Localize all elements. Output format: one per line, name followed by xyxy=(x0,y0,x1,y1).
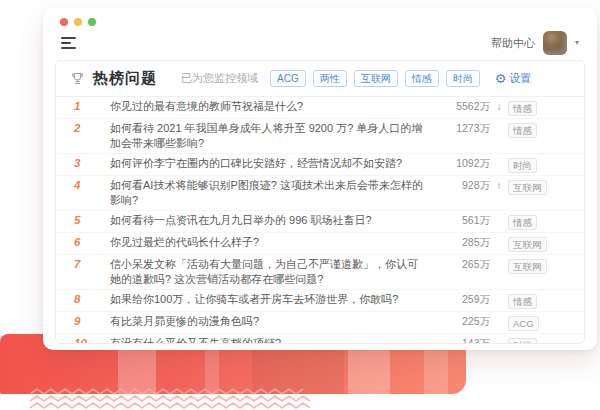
trend-icon: ↓ xyxy=(490,99,508,114)
category-badge: 互联网 xyxy=(508,237,547,252)
settings-button[interactable]: ⚙ 设置 xyxy=(495,71,532,86)
view-count: 285万 xyxy=(438,235,490,250)
menu-icon[interactable] xyxy=(61,37,76,49)
category-badge: 互联网 xyxy=(508,259,547,274)
category-badge: 情感 xyxy=(508,123,537,138)
category-badge: 时尚 xyxy=(508,338,537,344)
trophy-icon xyxy=(70,71,85,86)
question-title[interactable]: 如何看AI技术将能够识别P图痕迹? 这项技术出来后会带来怎样的影响? xyxy=(110,178,438,208)
rank-number: 7 xyxy=(70,257,110,272)
question-title[interactable]: 信小呆发文称「活动有大量问题，为自己不严谨道歉」，你认可她的道歉吗? 这次营销活… xyxy=(110,257,438,287)
view-count: 5562万 xyxy=(438,99,490,114)
question-title[interactable]: 你见过的最有意境的教师节祝福是什么? xyxy=(110,99,438,114)
question-title[interactable]: 如果给你100万，让你骑车或者开房车去环游世界，你敢吗? xyxy=(110,292,438,307)
category-badge: ACG xyxy=(508,316,539,331)
view-count: 1092万 xyxy=(438,156,490,171)
list-item[interactable]: 4 如何看AI技术将能够识别P图痕迹? 这项技术出来后会带来怎样的影响? 928… xyxy=(56,176,584,211)
rank-number: 10 xyxy=(70,336,110,344)
domain-tag[interactable]: 情感 xyxy=(405,70,439,87)
monitored-domains-label: 已为您监控领域 xyxy=(181,71,258,86)
app-window: 帮助中心 ▾ 热榜问题 已为您监控领域 ACG两性互联网情感时尚 ⚙ 设置 xyxy=(43,8,597,350)
list-item[interactable]: 2 如何看待 2021 年我国单身成年人将升至 9200 万? 单身人口的增加会… xyxy=(56,119,584,154)
list-item[interactable]: 3 如何评价李宁在圈内的口碑比安踏好，经营情况却不如安踏? 1092万 时尚 xyxy=(56,154,584,176)
close-window-button[interactable] xyxy=(60,18,68,26)
list-item[interactable]: 7 信小呆发文称「活动有大量问题，为自己不严谨道歉」，你认可她的道歉吗? 这次营… xyxy=(56,255,584,290)
topbar: 帮助中心 ▾ xyxy=(43,30,597,60)
rank-number: 5 xyxy=(70,213,110,228)
question-title[interactable]: 如何看待一点资讯在九月九日举办的 996 职场社畜日? xyxy=(110,213,438,228)
gear-icon: ⚙ xyxy=(495,72,507,85)
domain-tag[interactable]: 两性 xyxy=(313,70,347,87)
rank-number: 1 xyxy=(70,99,110,114)
list-item[interactable]: 10 有没有什么平价又不失高档的项链? 143万 时尚 xyxy=(56,334,584,344)
list-item[interactable]: 5 如何看待一点资讯在九月九日举办的 996 职场社畜日? 561万 情感 xyxy=(56,211,584,233)
view-count: 265万 xyxy=(438,257,490,272)
domain-tag[interactable]: 时尚 xyxy=(446,70,480,87)
maximize-window-button[interactable] xyxy=(88,18,96,26)
view-count: 1273万 xyxy=(438,121,490,136)
rank-number: 2 xyxy=(70,121,110,136)
list-item[interactable]: 1 你见过的最有意境的教师节祝福是什么? 5562万 ↓ 情感 xyxy=(56,97,584,119)
view-count: 561万 xyxy=(438,213,490,228)
list-item[interactable]: 9 有比菜月昴更惨的动漫角色吗? 225万 ACG xyxy=(56,312,584,334)
decor-zigzag-pattern xyxy=(30,388,310,410)
chevron-down-icon[interactable]: ▾ xyxy=(575,39,579,47)
panel-header: 热榜问题 已为您监控领域 ACG两性互联网情感时尚 ⚙ 设置 xyxy=(56,61,584,97)
traffic-lights xyxy=(43,8,597,30)
category-badge: 情感 xyxy=(508,215,537,230)
question-title[interactable]: 有比菜月昴更惨的动漫角色吗? xyxy=(110,314,438,329)
category-badge: 情感 xyxy=(508,101,537,116)
hot-list: 1 你见过的最有意境的教师节祝福是什么? 5562万 ↓ 情感 2 如何看待 2… xyxy=(56,97,584,344)
question-title[interactable]: 如何评价李宁在圈内的口碑比安踏好，经营情况却不如安踏? xyxy=(110,156,438,171)
view-count: 259万 xyxy=(438,292,490,307)
category-badge: 情感 xyxy=(508,294,537,309)
view-count: 225万 xyxy=(438,314,490,329)
view-count: 928万 xyxy=(438,178,490,193)
rank-number: 8 xyxy=(70,292,110,307)
domain-tags: ACG两性互联网情感时尚 xyxy=(270,70,487,87)
domain-tag[interactable]: 互联网 xyxy=(354,70,398,87)
rank-number: 6 xyxy=(70,235,110,250)
question-title[interactable]: 你见过最烂的代码长什么样子? xyxy=(110,235,438,250)
minimize-window-button[interactable] xyxy=(74,18,82,26)
rank-number: 4 xyxy=(70,178,110,193)
trend-icon: ↑ xyxy=(490,178,508,193)
settings-label: 设置 xyxy=(509,71,531,86)
list-item[interactable]: 6 你见过最烂的代码长什么样子? 285万 互联网 xyxy=(56,233,584,255)
page-title: 热榜问题 xyxy=(93,69,157,88)
rank-number: 9 xyxy=(70,314,110,329)
list-item[interactable]: 8 如果给你100万，让你骑车或者开房车去环游世界，你敢吗? 259万 情感 xyxy=(56,290,584,312)
category-badge: 互联网 xyxy=(508,180,547,195)
view-count: 143万 xyxy=(438,336,490,344)
domain-tag[interactable]: ACG xyxy=(270,70,306,87)
category-badge: 时尚 xyxy=(508,158,537,173)
help-center-link[interactable]: 帮助中心 xyxy=(491,36,535,51)
avatar[interactable] xyxy=(543,31,567,55)
rank-number: 3 xyxy=(70,156,110,171)
question-title[interactable]: 有没有什么平价又不失高档的项链? xyxy=(110,336,438,344)
hot-list-panel: 热榜问题 已为您监控领域 ACG两性互联网情感时尚 ⚙ 设置 1 你见过的最有意… xyxy=(55,60,585,344)
question-title[interactable]: 如何看待 2021 年我国单身成年人将升至 9200 万? 单身人口的增加会带来… xyxy=(110,121,438,151)
